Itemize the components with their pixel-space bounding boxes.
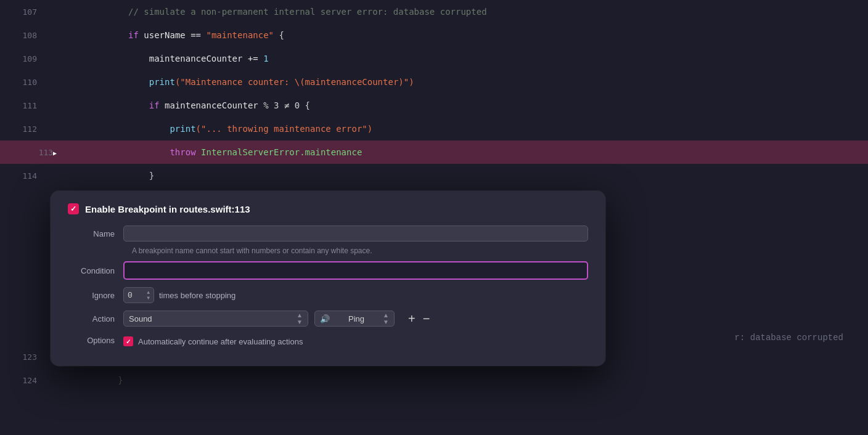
right-code-text: r: database corrupted	[735, 333, 868, 343]
action-controls: Sound ▲ ▼ 🔊 Ping ▲ ▼ + −	[123, 311, 432, 327]
action-row: Action Sound ▲ ▼ 🔊 Ping ▲ ▼ + −	[68, 311, 588, 327]
arrow-up2: ▲	[383, 312, 389, 319]
ping-dropdown[interactable]: 🔊 Ping ▲ ▼	[314, 311, 395, 327]
arrow-down: ▼	[297, 319, 303, 325]
line-number-124: 124	[0, 376, 49, 385]
options-row: Options Automatically continue after eva…	[68, 334, 588, 346]
enable-breakpoint-checkbox[interactable]	[68, 203, 79, 214]
sound-dropdown[interactable]: Sound ▲ ▼	[123, 311, 308, 327]
sound-icon: 🔊	[320, 314, 330, 323]
sound-dropdown-arrow: ▲ ▼	[297, 312, 303, 325]
action-add-remove: + −	[406, 312, 432, 325]
auto-continue-label: Automatically continue after evaluating …	[138, 337, 303, 346]
name-row: Name	[68, 226, 588, 242]
ignore-controls: 0 ▲ ▼ times before stopping	[123, 287, 235, 303]
options-controls: Automatically continue after evaluating …	[123, 336, 303, 346]
popup-title-row: Enable Breakpoint in routes.swift:113	[68, 203, 588, 214]
ignore-suffix: times before stopping	[159, 291, 235, 300]
line-number-109: 109	[0, 54, 49, 63]
stepper-down[interactable]: ▼	[147, 296, 150, 301]
condition-row: Condition	[68, 261, 588, 280]
arrow-up: ▲	[297, 312, 303, 319]
action-label: Action	[68, 314, 123, 323]
code-line-124: 124 }	[0, 368, 868, 392]
line-number-114: 114	[0, 171, 49, 181]
remove-action-button[interactable]: −	[420, 312, 433, 325]
arrow-down2: ▼	[383, 319, 389, 325]
add-action-button[interactable]: +	[406, 312, 418, 325]
ignore-stepper[interactable]: 0 ▲ ▼	[123, 287, 154, 303]
sound-dropdown-value: Sound	[129, 314, 152, 323]
ping-text: Ping	[348, 314, 364, 323]
auto-continue-checkbox[interactable]	[123, 336, 133, 346]
line-number-110: 110	[0, 78, 49, 87]
code-content-124: }	[49, 365, 123, 395]
code-line-114: 114 }	[0, 164, 868, 187]
ping-dropdown-arrow: ▲ ▼	[383, 312, 389, 325]
ignore-value: 0	[128, 291, 133, 300]
stepper-up[interactable]: ▲	[147, 290, 150, 295]
line-number-123: 123	[0, 352, 49, 362]
popup-title: Enable Breakpoint in routes.swift:113	[85, 204, 250, 214]
breakpoint-indicator: 113▶	[0, 139, 39, 166]
name-label: Name	[68, 229, 123, 238]
condition-input[interactable]	[123, 261, 588, 280]
line-number-111: 111	[0, 101, 49, 110]
condition-label: Condition	[68, 266, 123, 275]
line-number-107: 107	[0, 7, 49, 17]
stepper-arrows: ▲ ▼	[147, 290, 150, 301]
options-label: Options	[68, 336, 123, 345]
name-hint: A breakpoint name cannot start with numb…	[132, 246, 588, 255]
ignore-row: Ignore 0 ▲ ▼ times before stopping	[68, 287, 588, 303]
ignore-label: Ignore	[68, 291, 123, 300]
line-number-108: 108	[0, 31, 49, 40]
code-content-114: }	[49, 161, 154, 190]
name-input[interactable]	[123, 226, 588, 242]
breakpoint-popup: Enable Breakpoint in routes.swift:113 Na…	[51, 191, 605, 366]
